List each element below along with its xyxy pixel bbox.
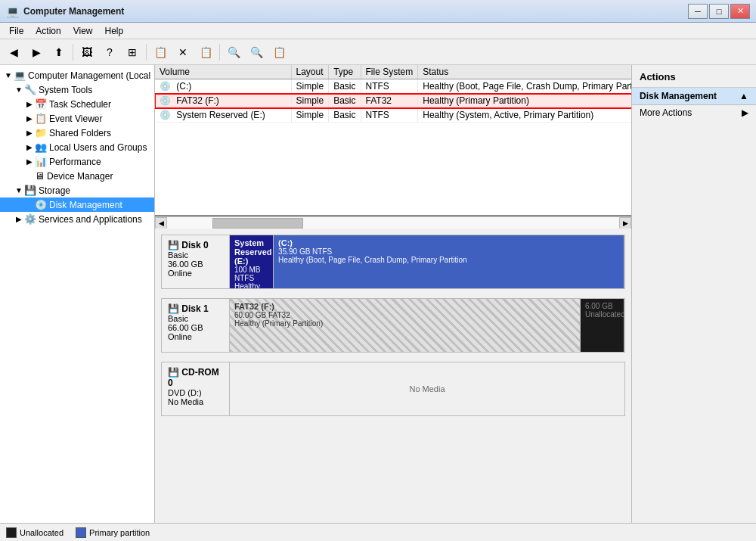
system-tools-icon: 🔧 xyxy=(24,84,36,95)
search-button[interactable]: 🔍 xyxy=(223,42,244,62)
disk-status: Online xyxy=(168,269,223,278)
volume-icon: 💿 xyxy=(160,95,171,106)
export-button[interactable]: 📋 xyxy=(268,42,290,62)
disk-type: Basic xyxy=(168,250,223,260)
col-type[interactable]: Type xyxy=(329,65,361,79)
tree-label-system-tools: System Tools xyxy=(39,85,92,95)
tree-item-device-manager[interactable]: 🖥 Device Manager xyxy=(0,169,154,183)
cell-volume: 💿 System Reserved (E:) xyxy=(155,108,291,123)
forward-button[interactable]: ▶ xyxy=(26,42,47,62)
title-bar: 💻 Computer Management ─ □ ✕ xyxy=(0,0,756,23)
disk-name: 💾 Disk 0 xyxy=(168,240,223,250)
action-more[interactable]: More Actions ▶ xyxy=(632,105,756,120)
scroll-track[interactable] xyxy=(167,217,619,229)
partition[interactable]: FAT32 (F:) 60.00 GB FAT32 Healthy (Prima… xyxy=(230,299,581,352)
legend-unallocated-box xyxy=(6,527,17,538)
toolbar-separator-1 xyxy=(73,44,73,61)
tree-item-storage[interactable]: ▼ 💾 Storage xyxy=(0,183,154,197)
disk-partitions: FAT32 (F:) 60.00 GB FAT32 Healthy (Prima… xyxy=(230,299,624,352)
partition[interactable]: System Reserved (E:) 100 MB NTFS Healthy… xyxy=(230,235,274,288)
horizontal-scrollbar[interactable]: ◀ ▶ xyxy=(155,216,631,229)
toggle-root[interactable]: ▼ xyxy=(3,71,14,79)
partition-status: Healthy (Boot, Page File, Crash Dump, Pr… xyxy=(278,256,619,264)
toggle-local-users[interactable]: ▶ xyxy=(24,143,35,151)
disk-entry: 💾 Disk 1 Basic 66.00 GB Online FAT32 (F:… xyxy=(161,298,625,353)
tree-item-system-tools[interactable]: ▼ 🔧 System Tools xyxy=(0,82,154,97)
table-row[interactable]: 💿 System Reserved (E:) Simple Basic NTFS… xyxy=(155,108,631,123)
disk-map-container: 💾 Disk 0 Basic 36.00 GB Online System Re… xyxy=(155,229,631,523)
tree-item-performance[interactable]: ▶ 📊 Performance xyxy=(0,154,154,169)
col-layout[interactable]: Layout xyxy=(291,65,329,79)
show-hide-button[interactable]: 🖼 xyxy=(76,42,98,62)
partition[interactable]: 6.00 GB Unallocated xyxy=(581,299,624,352)
tree-item-disk-management[interactable]: 💿 Disk Management xyxy=(0,197,154,212)
disk-entry: 💾 Disk 0 Basic 36.00 GB Online System Re… xyxy=(161,235,625,289)
no-media: No Media xyxy=(230,362,624,415)
new-window-button[interactable]: 📋 xyxy=(150,42,171,62)
volume-table: Volume Layout Type File System Status 💿 … xyxy=(155,65,631,123)
close-button[interactable]: ✕ xyxy=(730,4,750,19)
scroll-thumb[interactable] xyxy=(212,218,303,229)
console-button[interactable]: ⊞ xyxy=(122,42,143,62)
menu-bar: File Action View Help xyxy=(0,23,756,39)
partition-status: Healthy (System, Activ xyxy=(234,282,268,288)
help-button[interactable]: ? xyxy=(99,42,120,62)
minimize-button[interactable]: ─ xyxy=(688,4,708,19)
cell-type: Basic xyxy=(329,108,361,123)
menu-file[interactable]: File xyxy=(3,24,29,38)
scroll-left-btn[interactable]: ◀ xyxy=(155,217,167,229)
disk-partitions: No Media xyxy=(230,362,624,415)
col-status[interactable]: Status xyxy=(418,65,631,79)
toggle-services-apps[interactable]: ▶ xyxy=(14,215,24,223)
disk-status: No Media xyxy=(168,397,223,406)
toggle-task-scheduler[interactable]: ▶ xyxy=(24,100,35,108)
toolbar: ◀ ▶ ⬆ 🖼 ? ⊞ 📋 ✕ 📋 🔍 🔍 📋 xyxy=(0,39,756,65)
disk-type: Basic xyxy=(168,314,223,323)
tree-item-services-apps[interactable]: ▶ ⚙️ Services and Applications xyxy=(0,212,154,226)
cell-volume: 💿 FAT32 (F:) xyxy=(155,94,291,108)
task-scheduler-icon: 📅 xyxy=(35,98,47,110)
tree-item-root[interactable]: ▼ 💻 Computer Management (Local xyxy=(0,68,154,82)
tree-item-task-scheduler[interactable]: ▶ 📅 Task Scheduler xyxy=(0,97,154,111)
toggle-shared-folders[interactable]: ▶ xyxy=(24,129,35,137)
filter-button[interactable]: 🔍 xyxy=(246,42,267,62)
content-panel: Volume Layout Type File System Status 💿 … xyxy=(155,65,631,523)
action-more-arrow: ▶ xyxy=(742,107,748,118)
partition-name: System Reserved (E:) xyxy=(234,238,268,266)
toggle-event-viewer[interactable]: ▶ xyxy=(24,114,35,123)
scroll-right-btn[interactable]: ▶ xyxy=(619,217,631,229)
volume-table-container: Volume Layout Type File System Status 💿 … xyxy=(155,65,631,216)
properties-button[interactable]: 📋 xyxy=(195,42,216,62)
tree-item-event-viewer[interactable]: ▶ 📋 Event Viewer xyxy=(0,111,154,126)
col-filesystem[interactable]: File System xyxy=(361,65,418,79)
up-button[interactable]: ⬆ xyxy=(48,42,70,62)
partition-name: FAT32 (F:) xyxy=(234,302,575,311)
back-button[interactable]: ◀ xyxy=(3,42,24,62)
partition[interactable]: (C:) 35.90 GB NTFS Healthy (Boot, Page F… xyxy=(274,235,624,288)
action-more-label: More Actions xyxy=(640,107,692,118)
menu-help[interactable]: Help xyxy=(99,24,130,38)
menu-view[interactable]: View xyxy=(67,24,99,38)
action-disk-management[interactable]: Disk Management ▲ xyxy=(632,88,756,105)
disk-size: 66.00 GB xyxy=(168,323,223,332)
cell-volume: 💿 (C:) xyxy=(155,79,291,94)
tree-item-local-users[interactable]: ▶ 👥 Local Users and Groups xyxy=(0,140,154,154)
disk-name: 💾 CD-ROM 0 xyxy=(168,367,223,388)
toggle-performance[interactable]: ▶ xyxy=(24,157,35,166)
disk-label: 💾 Disk 1 Basic 66.00 GB Online xyxy=(162,299,230,352)
menu-action[interactable]: Action xyxy=(29,24,67,38)
tree-label-device-manager: Device Manager xyxy=(47,171,113,182)
maximize-button[interactable]: □ xyxy=(709,4,729,19)
tree-item-shared-folders[interactable]: ▶ 📁 Shared Folders xyxy=(0,126,154,140)
col-volume[interactable]: Volume xyxy=(155,65,291,79)
toggle-system-tools[interactable]: ▼ xyxy=(14,86,24,94)
disk-partitions: System Reserved (E:) 100 MB NTFS Healthy… xyxy=(230,235,624,288)
cell-filesystem: NTFS xyxy=(361,108,418,123)
performance-icon: 📊 xyxy=(35,156,47,167)
table-row[interactable]: 💿 FAT32 (F:) Simple Basic FAT32 Healthy … xyxy=(155,94,631,108)
table-row[interactable]: 💿 (C:) Simple Basic NTFS Healthy (Boot, … xyxy=(155,79,631,94)
action-disk-management-label: Disk Management xyxy=(640,91,717,101)
toolbar-separator-2 xyxy=(146,44,147,61)
toggle-storage[interactable]: ▼ xyxy=(14,186,24,194)
delete-button[interactable]: ✕ xyxy=(172,42,194,62)
